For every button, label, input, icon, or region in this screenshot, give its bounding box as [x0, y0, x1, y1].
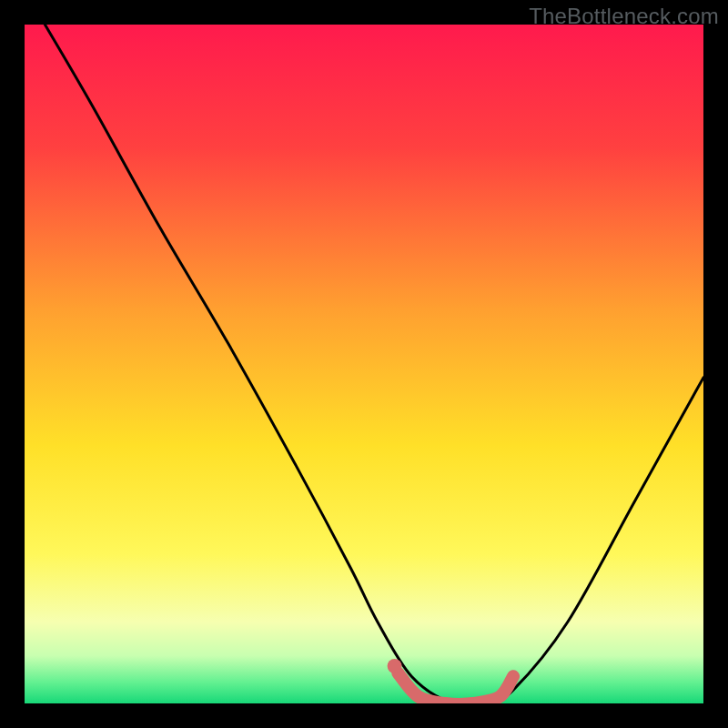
bottleneck-chart [25, 25, 703, 703]
chart-frame [25, 25, 703, 703]
chart-gradient-bg [25, 25, 703, 703]
optimal-zone-dot [388, 659, 402, 673]
watermark-text: TheBottleneck.com [529, 4, 719, 29]
